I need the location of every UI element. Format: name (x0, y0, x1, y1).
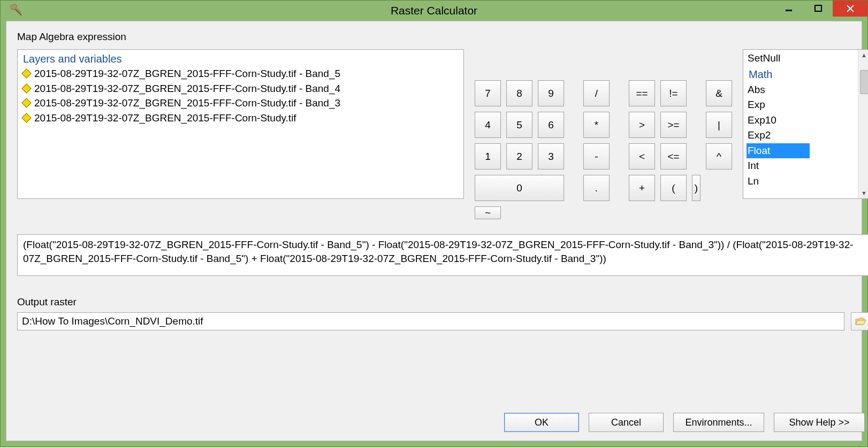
key-6[interactable]: 6 (538, 112, 564, 138)
layers-header: Layers and variables (23, 53, 458, 65)
title-bar: Raster Calculator (1, 1, 867, 21)
ok-button[interactable]: OK (504, 413, 579, 432)
output-label: Output raster (17, 296, 868, 308)
layer-icon (21, 69, 31, 79)
function-item[interactable]: Int (747, 158, 858, 174)
scroll-up-icon[interactable]: ▲ (858, 52, 868, 58)
maximize-button[interactable] (803, 1, 833, 17)
layer-icon (21, 83, 31, 93)
key-0[interactable]: 0 (475, 175, 564, 201)
layer-item[interactable]: 2015-08-29T19-32-07Z_BGREN_2015-FFF-Corn… (23, 81, 458, 96)
function-scrollbar[interactable]: ▲ ▼ (858, 50, 868, 198)
layer-label: 2015-08-29T19-32-07Z_BGREN_2015-FFF-Corn… (34, 66, 340, 81)
layer-item[interactable]: 2015-08-29T19-32-07Z_BGREN_2015-FFF-Corn… (23, 66, 458, 81)
expression-input[interactable]: (Float("2015-08-29T19-32-07Z_BGREN_2015-… (17, 234, 868, 276)
function-item[interactable]: Exp (747, 97, 858, 113)
key-plus[interactable]: + (629, 175, 655, 201)
key-lte[interactable]: <= (660, 143, 687, 169)
folder-open-icon (855, 317, 866, 326)
key-gte[interactable]: >= (660, 112, 687, 138)
key-neq[interactable]: != (660, 80, 687, 106)
function-item[interactable]: Ln (747, 174, 858, 189)
layer-label: 2015-08-29T19-32-07Z_BGREN_2015-FFF-Corn… (34, 96, 340, 111)
key-dot[interactable]: . (583, 175, 610, 201)
layer-icon (21, 113, 31, 122)
output-path-input[interactable] (17, 312, 844, 330)
function-item[interactable]: Abs (747, 82, 858, 98)
key-9[interactable]: 9 (538, 80, 564, 106)
key-minus[interactable]: - (583, 143, 610, 169)
client-area: Map Algebra expression Layers and variab… (6, 21, 862, 441)
environments-button[interactable]: Environments... (673, 413, 764, 432)
layer-label: 2015-08-29T19-32-07Z_BGREN_2015-FFF-Corn… (34, 81, 340, 96)
layer-item[interactable]: 2015-08-29T19-32-07Z_BGREN_2015-FFF-Corn… (23, 111, 458, 126)
browse-button[interactable] (851, 312, 868, 330)
key-5[interactable]: 5 (506, 112, 532, 138)
svg-rect-3 (815, 5, 821, 11)
minimize-button[interactable] (774, 1, 803, 17)
function-item-selected[interactable]: Float (747, 143, 810, 159)
key-xor[interactable]: ^ (706, 143, 732, 169)
key-3[interactable]: 3 (538, 143, 564, 169)
show-help-button[interactable]: Show Help >> (774, 413, 865, 432)
function-category: Math (747, 66, 858, 82)
hammer-icon (9, 4, 24, 18)
function-item[interactable]: Exp2 (747, 128, 858, 143)
section-label: Map Algebra expression (17, 31, 868, 43)
svg-rect-2 (786, 10, 792, 11)
scroll-down-icon[interactable]: ▼ (858, 190, 868, 196)
key-eq[interactable]: == (629, 80, 655, 106)
scroll-thumb[interactable] (860, 70, 868, 94)
window-title: Raster Calculator (1, 4, 867, 17)
dialog-buttons: OK Cancel Environments... Show Help >> (504, 413, 865, 432)
key-or[interactable]: | (706, 112, 732, 138)
key-lt[interactable]: < (629, 143, 655, 169)
key-1[interactable]: 1 (475, 143, 501, 169)
raster-calculator-window: Raster Calculator Map Algebra expression… (0, 0, 868, 447)
svg-marker-7 (856, 320, 866, 325)
layer-label: 2015-08-29T19-32-07Z_BGREN_2015-FFF-Corn… (34, 111, 296, 126)
key-multiply[interactable]: * (583, 112, 610, 138)
cancel-button[interactable]: Cancel (589, 413, 664, 432)
close-button[interactable] (833, 1, 867, 17)
key-7[interactable]: 7 (475, 80, 501, 106)
key-rparen[interactable]: ) (692, 175, 701, 201)
layers-list[interactable]: Layers and variables 2015-08-29T19-32-07… (17, 49, 464, 199)
key-lparen[interactable]: ( (660, 175, 687, 201)
key-gt[interactable]: > (629, 112, 655, 138)
function-item[interactable]: Exp10 (747, 113, 858, 128)
key-8[interactable]: 8 (506, 80, 532, 106)
key-not[interactable]: ~ (475, 206, 501, 219)
layer-icon (21, 98, 31, 108)
layer-item[interactable]: 2015-08-29T19-32-07Z_BGREN_2015-FFF-Corn… (23, 96, 458, 111)
function-list[interactable]: SetNull Math Abs Exp Exp10 Exp2 Float In… (743, 49, 868, 199)
key-2[interactable]: 2 (506, 143, 532, 169)
key-4[interactable]: 4 (475, 112, 501, 138)
key-divide[interactable]: / (583, 80, 610, 106)
key-and[interactable]: & (706, 80, 732, 106)
operator-keypad: 7 8 9 / == != & 4 5 6 * > (475, 80, 732, 219)
function-item[interactable]: SetNull (747, 51, 858, 66)
